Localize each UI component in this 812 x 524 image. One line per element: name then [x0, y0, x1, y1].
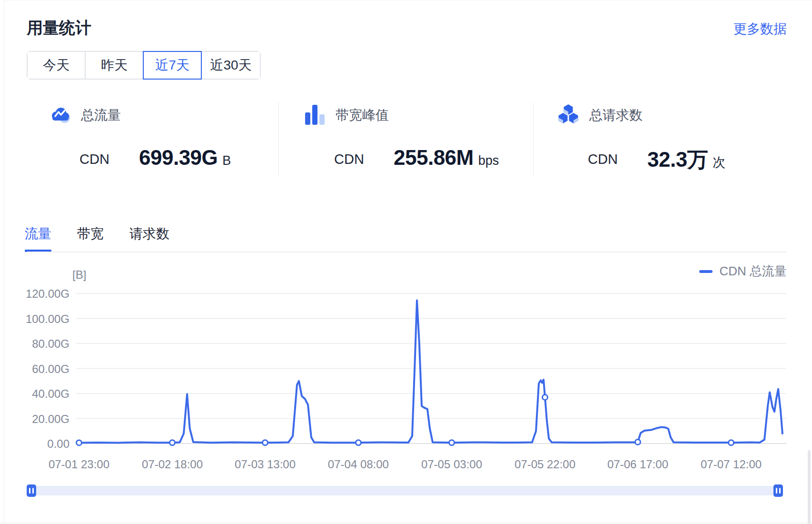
stat-unit: B	[222, 153, 231, 168]
x-axis-tick-label: 07-03 13:00	[235, 458, 296, 471]
usage-line-chart: 0.0020.00G40.00G60.00G80.00G100.00G120.0…	[0, 255, 812, 479]
series-line	[79, 300, 782, 443]
stat-card-total-requests: 总请求数 CDN 32.3万 次	[557, 104, 643, 175]
x-axis-tick-label: 07-01 23:00	[49, 458, 109, 471]
stat-value: 699.39G	[139, 146, 218, 170]
data-point-marker	[170, 440, 175, 445]
stat-value: 32.3万	[647, 146, 708, 174]
requests-cubes-icon	[557, 103, 580, 128]
chart-tab-bandwidth[interactable]: 带宽	[77, 225, 104, 243]
data-point-marker	[635, 439, 641, 444]
chart-tab-requests[interactable]: 请求数	[129, 225, 169, 243]
time-tab-yesterday[interactable]: 昨天	[86, 52, 144, 79]
stat-unit: bps	[478, 153, 499, 168]
data-point-marker	[449, 440, 455, 445]
x-axis-tick-label: 07-05 22:00	[515, 458, 575, 471]
y-axis-tick-label: 60.00G	[32, 363, 69, 375]
page-scrollbar-thumb[interactable]	[808, 450, 811, 524]
time-tab-today[interactable]: 今天	[28, 52, 86, 79]
time-tab-last7days[interactable]: 近7天	[144, 52, 202, 79]
data-point-markers	[77, 394, 734, 445]
stat-product: CDN	[334, 151, 364, 167]
stat-card-peak-bandwidth: 带宽峰值 CDN 255.86M bps	[303, 104, 389, 175]
bottom-edge-strip	[0, 522, 812, 524]
stat-label: 带宽峰值	[336, 106, 389, 124]
cloud-traffic-icon	[49, 103, 71, 128]
stat-value: 255.86M	[394, 146, 474, 170]
stat-divider	[533, 102, 534, 176]
x-axis-tick-label: 07-04 08:00	[328, 458, 389, 471]
y-axis-tick-label: 80.00G	[32, 337, 69, 350]
x-axis-tick-label: 07-06 17:00	[607, 458, 668, 471]
stat-unit: 次	[713, 154, 725, 171]
data-point-marker	[77, 440, 82, 445]
chart-tab-traffic[interactable]: 流量	[25, 225, 51, 243]
datazoom-left-handle[interactable]	[27, 484, 36, 497]
bandwidth-bars-icon	[303, 103, 326, 128]
x-axis-tick-label: 07-07 12:00	[701, 458, 762, 471]
x-axis-tick-label: 07-02 18:00	[142, 458, 203, 471]
data-point-marker	[543, 394, 548, 400]
stat-product: CDN	[79, 151, 109, 167]
stat-product: CDN	[588, 151, 618, 167]
x-axis-labels: 07-01 23:0007-02 18:0007-03 13:0007-04 0…	[49, 458, 762, 471]
chart-metric-tabs: 流量 带宽 请求数	[25, 225, 169, 243]
more-data-link[interactable]: 更多数据	[733, 20, 787, 38]
page-title: 用量统计	[27, 17, 91, 39]
x-axis-tick-label: 07-05 03:00	[421, 458, 482, 471]
y-axis-tick-label: 120.00G	[26, 287, 69, 300]
tabs-divider	[27, 252, 787, 252]
time-range-tabs: 今天 昨天 近7天 近30天	[27, 51, 261, 80]
grid-lines: 0.0020.00G40.00G60.00G80.00G100.00G120.0…	[26, 287, 786, 450]
y-axis-unit-label: [B]	[72, 268, 86, 281]
stat-divider	[278, 102, 279, 176]
chart-datazoom-slider[interactable]	[27, 486, 783, 495]
time-tab-last30days[interactable]: 近30天	[202, 52, 260, 79]
stat-label: 总流量	[81, 106, 121, 124]
datazoom-right-handle[interactable]	[773, 484, 783, 497]
data-point-marker	[356, 440, 361, 445]
y-axis-tick-label: 20.00G	[32, 413, 69, 425]
y-axis-tick-label: 40.00G	[32, 387, 69, 400]
stat-card-total-traffic: 总流量 CDN 699.39G B	[49, 104, 121, 175]
data-point-marker	[263, 440, 268, 445]
data-point-marker	[729, 440, 734, 445]
stat-label: 总请求数	[589, 106, 643, 124]
y-axis-tick-label: 100.00G	[26, 312, 69, 325]
panel-top-border	[4, 0, 812, 0]
y-axis-tick-label: 0.00	[47, 437, 69, 450]
